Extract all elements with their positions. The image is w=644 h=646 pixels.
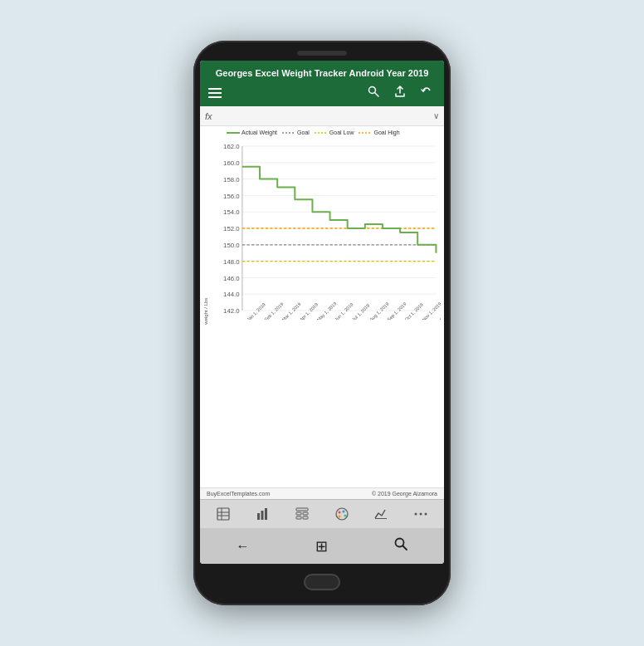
svg-point-60	[338, 516, 340, 518]
legend-goal: Goal	[282, 130, 310, 135]
bottom-toolbar	[200, 499, 444, 528]
phone-home-button	[304, 574, 340, 590]
formula-bar: fx ∨	[200, 106, 444, 126]
footer-left: BuyExcelTemplates.com	[207, 491, 270, 497]
app-header: Georges Excel Weight Tracker Android Yea…	[200, 61, 444, 106]
svg-point-59	[344, 515, 346, 517]
svg-text:152.0: 152.0	[223, 226, 239, 233]
svg-rect-51	[296, 508, 308, 511]
svg-point-56	[336, 508, 348, 520]
svg-rect-49	[261, 511, 264, 520]
toolbar-palette-btn[interactable]	[329, 505, 354, 523]
svg-text:160.0: 160.0	[223, 159, 239, 167]
svg-text:154.0: 154.0	[223, 209, 239, 217]
app-toolbar	[208, 84, 436, 101]
svg-text:144.0: 144.0	[223, 291, 239, 299]
footer-right: © 2019 George Alzamora	[372, 491, 437, 497]
svg-rect-61	[375, 518, 387, 519]
svg-text:150.0: 150.0	[223, 242, 239, 249]
svg-line-66	[402, 546, 407, 551]
svg-text:146.0: 146.0	[223, 275, 239, 282]
svg-point-62	[415, 513, 417, 516]
svg-line-1	[375, 93, 379, 97]
svg-rect-53	[303, 512, 308, 515]
app-footer: BuyExcelTemplates.com © 2019 George Alza…	[200, 487, 444, 499]
nav-home-btn[interactable]: ⊞	[307, 536, 336, 557]
phone-home-area	[200, 569, 444, 595]
app-title: Georges Excel Weight Tracker Android Yea…	[208, 67, 436, 79]
legend-actual-label: Actual Weight	[242, 130, 277, 135]
undo-icon[interactable]	[417, 84, 436, 101]
nav-search-btn[interactable]	[385, 535, 417, 557]
svg-point-57	[338, 511, 340, 514]
legend-goal-low: Goal Low	[315, 130, 354, 135]
phone-screen: Georges Excel Weight Tracker Android Yea…	[200, 61, 444, 564]
chart-legend: Actual Weight Goal Goal Low Goal High	[227, 130, 442, 135]
nav-bar: ← ⊞	[200, 528, 444, 564]
svg-text:162.0: 162.0	[223, 144, 239, 151]
toolbar-right	[364, 84, 436, 101]
svg-rect-55	[303, 516, 308, 519]
svg-point-64	[425, 513, 427, 516]
svg-rect-48	[257, 513, 260, 520]
chart-area: Actual Weight Goal Goal Low Goal High we…	[200, 126, 444, 487]
phone: Georges Excel Weight Tracker Android Yea…	[193, 41, 451, 605]
legend-goal-high-label: Goal High	[373, 130, 399, 135]
toolbar-linechart-btn[interactable]	[368, 505, 393, 523]
svg-rect-54	[296, 516, 301, 519]
legend-goal-low-label: Goal Low	[329, 130, 354, 135]
toolbar-more-btn[interactable]	[408, 505, 433, 523]
chart-svg: 162.0 160.0 158.0 156.0 154.0 152.0 150.…	[210, 137, 441, 320]
formula-chevron[interactable]: ∨	[433, 111, 439, 120]
svg-text:158.0: 158.0	[223, 176, 239, 184]
toolbar-table-btn[interactable]	[290, 505, 315, 523]
svg-rect-50	[265, 508, 267, 520]
legend-goal-label: Goal	[297, 130, 310, 135]
toolbar-sheet-btn[interactable]	[211, 505, 236, 523]
svg-point-63	[420, 513, 422, 516]
nav-back-btn[interactable]: ←	[228, 537, 258, 555]
legend-goal-high: Goal High	[359, 130, 399, 135]
y-axis-label: weight / Lbs	[203, 137, 208, 486]
svg-text:156.0: 156.0	[223, 193, 239, 200]
hamburger-icon[interactable]	[208, 88, 222, 98]
share-icon[interactable]	[391, 84, 409, 101]
formula-fx-label: fx	[205, 111, 212, 121]
svg-text:148.0: 148.0	[223, 258, 239, 266]
svg-point-58	[342, 511, 344, 513]
svg-rect-52	[296, 512, 301, 515]
svg-text:142.0: 142.0	[223, 308, 239, 316]
svg-rect-44	[217, 508, 229, 520]
chart-container: weight / Lbs	[203, 137, 441, 486]
phone-speaker	[297, 51, 347, 56]
toolbar-barchart-btn[interactable]	[250, 505, 275, 523]
search-icon[interactable]	[364, 84, 383, 101]
legend-actual: Actual Weight	[227, 130, 277, 135]
